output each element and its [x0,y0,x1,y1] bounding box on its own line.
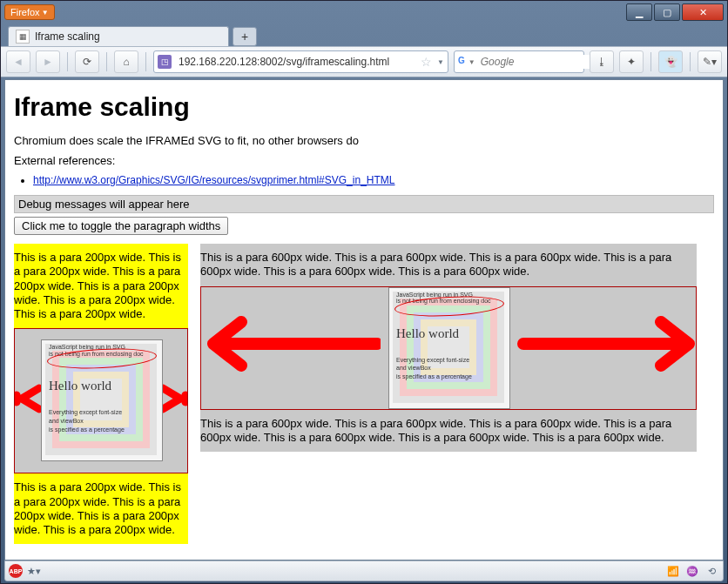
ghost-icon: 👻 [664,56,677,68]
svg-text-bottom: Everything except font-sizeand viewBoxis… [396,356,501,381]
arrow-left-icon [14,381,43,416]
svg-iframe-600: JavaScript being run in SVGis not being … [388,287,510,409]
arrow-right-large-icon [513,313,696,374]
svg-hello-text: Hello world [396,326,459,341]
refs-label: External references: [14,154,714,167]
intro-text: Chromium does scale the IFRAMEd SVG to f… [14,134,714,147]
page-heading: Iframe scaling [14,92,714,122]
new-tab-button[interactable]: + [233,27,257,46]
rss-icon[interactable]: ♒ [684,564,700,578]
separator [145,52,146,71]
site-identity-icon[interactable]: ◳ [158,55,172,69]
window-maximize-button[interactable]: ▢ [654,3,680,21]
separator [690,52,691,71]
svg-hello-text: Hello world [49,379,111,393]
svg-container-200: JavaScript being run in SVGis not being … [14,328,188,473]
addon-button-2[interactable]: ✎▾ [698,50,722,73]
home-icon: ⌂ [123,56,129,68]
forward-button[interactable]: ► [36,50,60,73]
search-box[interactable]: G ▼ [454,50,584,73]
plus-icon: + [241,30,248,44]
para-200-bottom: This is a para 200px wide. This is a par… [14,480,188,537]
page-viewport[interactable]: Iframe scaling Chromium does scale the I… [4,79,724,561]
chevron-down-icon: ▼ [42,9,49,17]
navigation-toolbar: ◄ ► ⟳ ⌂ ◳ ☆ ▼ G ▼ ⭳ ✦ 👻 ✎▾ [1,46,727,77]
bookmark-bar-icon[interactable]: ★▾ [26,564,42,578]
addon-button-1[interactable]: 👻 [658,50,683,73]
wrench-icon: ✦ [627,56,636,68]
arrow-right-icon [159,381,188,416]
minimize-icon: ▁ [636,7,643,18]
separator [106,52,107,71]
address-bar[interactable]: ◳ ☆ ▼ [153,50,448,73]
url-input[interactable] [177,55,415,69]
toggle-widths-button[interactable]: Click me to toggle the paragraph widths [14,217,228,235]
page-favicon: ▦ [16,30,30,44]
tab-strip: ▦ Iframe scaling + [1,23,727,46]
download-icon: ⭳ [597,56,607,68]
chevron-down-icon[interactable]: ▼ [468,58,475,66]
separator [650,52,651,71]
reload-icon: ⟳ [83,56,91,68]
home-button[interactable]: ⌂ [114,50,138,73]
svg-text-bottom: Everything except font-sizeand viewBoxis… [49,408,153,433]
adblock-icon[interactable]: ABP [9,564,23,578]
brush-icon: ✎▾ [703,56,717,68]
external-link[interactable]: http://www.w3.org/Graphics/SVG/IG/resour… [33,174,394,186]
svg-container-600: JavaScript being run in SVGis not being … [200,286,697,410]
downloads-button[interactable]: ⭳ [590,50,614,73]
maximize-icon: ▢ [663,7,671,18]
firefox-menu-button[interactable]: Firefox ▼ [4,4,55,20]
svg-iframe-200: JavaScript being run in SVGis not being … [41,339,163,461]
column-200: This is a para 200px wide. This is a par… [14,244,188,544]
chevron-down-icon[interactable]: ▼ [437,58,444,66]
back-icon: ◄ [13,56,24,68]
window-minimize-button[interactable]: ▁ [626,3,652,21]
reload-button[interactable]: ⟳ [75,50,99,73]
window-close-button[interactable]: ✕ [682,3,724,21]
bookmark-star-icon[interactable]: ☆ [421,55,432,69]
tab-active[interactable]: ▦ Iframe scaling [8,26,229,46]
para-600-bottom: This is a para 600px wide. This is a par… [200,417,697,446]
tab-title: Iframe scaling [35,30,100,43]
feed-icon[interactable]: 📶 [665,564,681,578]
sync-icon[interactable]: ⟲ [704,564,719,578]
developer-button[interactable]: ✦ [619,50,644,73]
back-button[interactable]: ◄ [6,50,30,73]
addon-bar: ABP ★▾ 📶 ♒ ⟲ [4,561,724,581]
para-600-top: This is a para 600px wide. This is a par… [200,251,697,279]
forward-icon: ► [43,56,53,68]
separator [67,52,68,71]
google-icon: G [458,56,465,68]
arrow-left-large-icon [206,313,381,374]
close-icon: ✕ [699,7,707,18]
para-200-top: This is a para 200px wide. This is a par… [14,251,188,321]
debug-message-area: Debug messages will appear here [14,195,714,213]
column-600: This is a para 600px wide. This is a par… [200,244,697,452]
window-titlebar: Firefox ▼ ▁ ▢ ✕ [1,1,727,23]
firefox-menu-label: Firefox [10,7,40,17]
